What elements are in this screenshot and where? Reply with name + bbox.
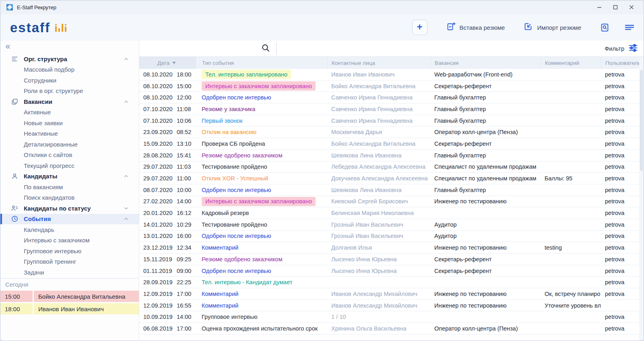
event-type-badge: Интервью с заказчиком запланировано [202, 197, 316, 206]
sidebar-item[interactable]: Активные [0, 107, 139, 118]
table-row[interactable]: 28.08.202015:41Резюме одобрено заказчико… [139, 150, 644, 161]
table-row[interactable]: 08.10.202015:00Интервью с заказчиком зап… [139, 81, 644, 92]
event-type-text: Комментарий [202, 291, 238, 297]
filter-button[interactable]: Фильтр [277, 41, 644, 56]
chevron-up-icon[interactable] [123, 56, 129, 62]
cell-user: petrova [601, 187, 644, 193]
title-bar: E-Staff Рекрутер [0, 0, 644, 14]
cell-date: 12.09.201916:55 [139, 302, 198, 309]
add-button[interactable]: + [412, 20, 427, 35]
sidebar-item[interactable]: Групповое интервью [0, 246, 139, 256]
table-row[interactable]: 29.07.202011:00Отклик XOR - УспешныйДоку… [139, 173, 644, 184]
cell-contact: 1 / 10 [327, 314, 430, 320]
candidates-status-icon [11, 205, 19, 212]
column-header-3[interactable]: Контактные лица [327, 57, 430, 69]
sidebar-item[interactable]: Роли в орг. структуре [0, 86, 139, 97]
cell-vacancy: Главный бухгалтер [430, 106, 541, 112]
cell-date: 23.09.202008:52 [139, 129, 198, 135]
table-row[interactable]: 06.08.201917:00Оценка прохождения испыта… [139, 323, 644, 335]
column-header-6[interactable]: Пользователь [601, 57, 644, 69]
cell-contact: Шевякова Лина Ивановна [327, 187, 430, 193]
sidebar-section-1[interactable]: Вакансии [0, 96, 139, 107]
cell-contact: Иванов Александр Михайлович [327, 291, 430, 297]
table-row[interactable]: 28.09.201922:25Тел. интервью - Кандидат … [139, 277, 644, 288]
chevron-up-icon[interactable] [123, 216, 129, 222]
table-row[interactable]: 23.12.201912:34КомментарийДолганов ИльяИ… [139, 242, 644, 254]
today-entry[interactable]: 18:00Иванов Иван Иванович [0, 303, 139, 314]
paste-resume-label: Вставка резюме [460, 24, 505, 31]
cell-event-type: Первый звонок [198, 118, 327, 124]
table-row[interactable]: 15.09.202013:10Проверка СБ пройденаБойко… [139, 138, 644, 150]
table-row[interactable]: 08.10.202012:00Одобрен после интервьюСав… [139, 92, 644, 103]
table-row[interactable]: 14.01.202010:29Тестирование пройденоГроз… [139, 219, 644, 231]
import-resume-button[interactable]: Импорт резюме [523, 22, 581, 33]
sidebar: Орг. структураМассовый подборСотрудникиР… [0, 41, 139, 341]
sidebar-section-4[interactable]: События [0, 214, 139, 225]
today-entry-time: 18:00 [0, 303, 33, 314]
sidebar-item[interactable]: Массовый подбор [0, 64, 139, 75]
sidebar-item[interactable]: Календарь [0, 224, 139, 235]
cell-event-type: Интервью с заказчиком запланировано [198, 197, 327, 206]
events-icon [11, 215, 19, 223]
cell-event-type: Резюме одобрено заказчиком [198, 152, 327, 159]
sidebar-item[interactable]: Поиск кандидатов [0, 192, 139, 203]
chevron-up-icon[interactable] [123, 173, 129, 179]
menu-button[interactable] [624, 23, 635, 32]
sidebar-section-2[interactable]: Кандидаты [0, 171, 139, 182]
sidebar-item[interactable]: Отклики с сайтов [0, 150, 139, 161]
sidebar-section-label: Кандидаты [24, 173, 58, 180]
sidebar-item[interactable]: Интервью с заказчиком [0, 235, 139, 246]
today-entry[interactable]: 15:00Бойко Александра Витальевна [0, 291, 139, 302]
cell-user: petrova [601, 118, 644, 124]
sidebar-item[interactable]: По вакансиям [0, 182, 139, 192]
table-row[interactable]: 12.09.201916:55КомментарийИванов Алексан… [139, 300, 644, 312]
cell-event-type: Групповое интервью [198, 314, 327, 320]
sidebar-item[interactable]: Новые заявки [0, 118, 139, 128]
event-type-text: Проверка СБ пройдена [202, 141, 265, 147]
table-row[interactable]: 23.09.202008:52Отклик на вакансиюМосквич… [139, 126, 644, 138]
search-documents-button[interactable] [600, 23, 610, 33]
table-row[interactable]: 15.11.201909:25Резюме одобрено заказчико… [139, 254, 644, 265]
column-header-5[interactable]: Комментарий [541, 57, 601, 69]
table-row[interactable]: 08.07.202010:00Одобрен после интервьюШев… [139, 184, 644, 196]
close-button[interactable] [623, 2, 640, 13]
table-row[interactable]: 20.01.202016:12Кадровый резервБелинская … [139, 207, 644, 219]
cell-vacancy: Специалист по удаленным продажам [430, 175, 541, 182]
table-row[interactable]: 12.09.201917:00КомментарийИванов Алексан… [139, 288, 644, 300]
table-row[interactable]: 13.01.202016:00Одобрен после интервьюГро… [139, 231, 644, 242]
sidebar-section-0[interactable]: Орг. структура [0, 54, 139, 64]
sidebar-item[interactable]: Неактивные [0, 128, 139, 139]
event-type-text: Первый звонок [202, 118, 242, 124]
sidebar-item[interactable]: Детализированные [0, 139, 139, 150]
table-header: ДатаТип событияКонтактные лицаВакансияКо… [139, 57, 644, 69]
chevron-up-icon[interactable] [123, 99, 129, 105]
column-header-2[interactable]: Тип события [198, 57, 327, 69]
search-input[interactable] [139, 41, 276, 56]
sidebar-item[interactable]: Сотрудники [0, 75, 139, 86]
paste-resume-button[interactable]: Вставка резюме [446, 22, 505, 33]
table-row[interactable]: 27.02.202014:00Интервью с заказчиком зап… [139, 196, 644, 208]
sidebar-nav: Орг. структураМассовый подборСотрудникиР… [0, 51, 139, 278]
table-row[interactable]: 10.09.201914:00Групповое интервью1 / 10p… [139, 311, 644, 323]
cell-user: petrova [601, 141, 644, 147]
column-header-4[interactable]: Вакансия [430, 57, 541, 69]
table-row[interactable]: 07.10.202011:08Резюме у заказчикаСавченк… [139, 103, 644, 115]
cell-event-type: Отклик на вакансию [198, 129, 327, 135]
column-header-1[interactable]: Дата [139, 57, 198, 69]
cell-user: petrova [601, 291, 644, 297]
vertical-scrollbar[interactable] [639, 57, 644, 341]
table-row[interactable]: 01.11.201909:00Одобрен после интервьюЛыс… [139, 265, 644, 277]
sidebar-item[interactable]: Текущий прогресс [0, 160, 139, 171]
scrollbar-thumb[interactable] [640, 70, 643, 171]
maximize-button[interactable] [607, 2, 623, 13]
table-row[interactable]: 08.10.202018:00Тел. интервью запланирова… [139, 69, 644, 81]
sidebar-item[interactable]: Задачи [0, 267, 139, 278]
sidebar-section-label: Орг. структура [24, 56, 67, 62]
chevron-down-icon[interactable] [123, 205, 129, 211]
table-row[interactable]: 07.10.202010:06Первый звонокСавченко Ири… [139, 115, 644, 127]
sidebar-section-3[interactable]: Кандидаты по статусу [0, 203, 139, 214]
table-row[interactable]: 29.07.202011:03Тестирование пройденоЛебе… [139, 161, 644, 173]
sidebar-collapse-button[interactable] [4, 44, 11, 51]
minimize-button[interactable] [591, 2, 607, 13]
sidebar-item[interactable]: Групповой тренинг [0, 256, 139, 267]
